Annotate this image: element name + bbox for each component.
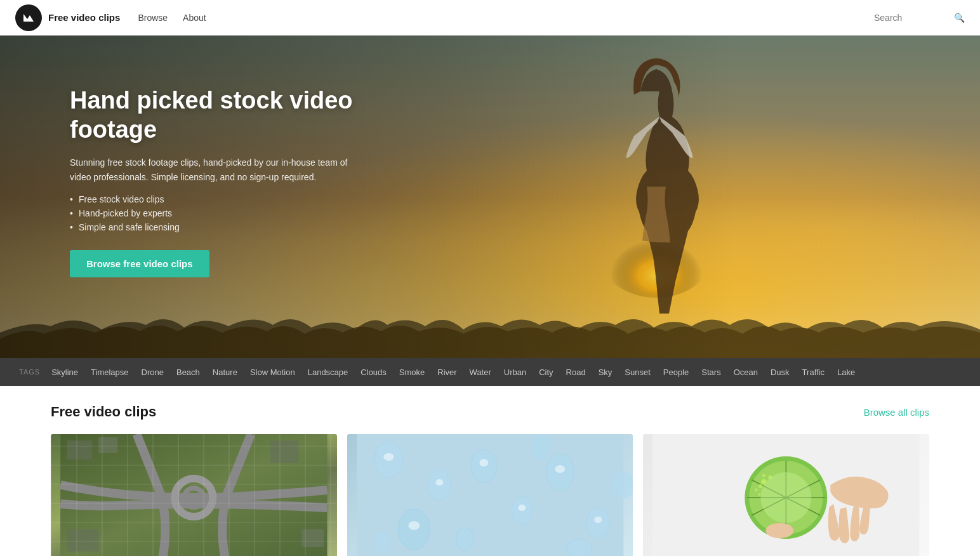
hero-bullets: Free stock video clips Hand-picked by ex…: [70, 194, 438, 232]
svg-rect-1: [60, 434, 327, 556]
svg-point-38: [758, 493, 761, 496]
tag-sky[interactable]: Sky: [599, 367, 612, 377]
svg-rect-7: [270, 440, 298, 463]
svg-rect-5: [67, 440, 92, 460]
logo-icon: [15, 4, 42, 31]
tag-people[interactable]: People: [663, 367, 689, 377]
clips-header: Free video clips Browse all clips: [51, 404, 929, 420]
bullet-3: Simple and safe licensing: [70, 222, 438, 232]
bullet-2: Hand-picked by experts: [70, 208, 438, 218]
tag-timelapse[interactable]: Timelapse: [91, 367, 128, 377]
water-droplets-graphic: [347, 434, 633, 556]
tags-list: Skyline Timelapse Drone Beach Nature Slo…: [51, 367, 855, 377]
tag-dusk[interactable]: Dusk: [771, 367, 790, 377]
svg-point-37: [755, 489, 758, 492]
clips-section: Free video clips Browse all clips: [0, 386, 980, 556]
site-header: Free video clips Browse About 🔍: [0, 0, 980, 36]
logo-link[interactable]: Free video clips: [15, 4, 120, 31]
logo-text: Free video clips: [48, 12, 120, 23]
clip-card-lime[interactable]: [643, 434, 929, 556]
aerial-road-graphic: [51, 434, 337, 556]
lime-squeeze-graphic: [643, 434, 929, 556]
tag-beach[interactable]: Beach: [176, 367, 200, 377]
clip-card-aerial[interactable]: [51, 434, 337, 556]
tag-road[interactable]: Road: [566, 367, 586, 377]
svg-point-27: [374, 532, 390, 552]
svg-point-26: [566, 539, 592, 556]
tag-clouds[interactable]: Clouds: [361, 367, 386, 377]
hero-title: Hand picked stock video footage: [70, 86, 438, 144]
header-search: 🔍: [874, 13, 965, 23]
tags-label: TAGS: [19, 368, 40, 376]
svg-rect-2: [60, 434, 327, 556]
browse-all-link[interactable]: Browse all clips: [864, 407, 929, 418]
tag-river[interactable]: River: [437, 367, 456, 377]
svg-point-36: [759, 484, 763, 488]
main-nav: Browse About: [138, 13, 206, 23]
svg-point-12: [383, 453, 394, 461]
svg-point-22: [555, 465, 565, 473]
svg-point-4: [184, 488, 203, 507]
svg-point-18: [479, 459, 488, 467]
hero-section: Hand picked stock video footage Stunning…: [0, 36, 980, 358]
svg-point-40: [766, 523, 794, 538]
tag-water[interactable]: Water: [470, 367, 491, 377]
nav-browse[interactable]: Browse: [138, 13, 168, 23]
svg-point-25: [456, 527, 473, 550]
search-input[interactable]: [874, 13, 950, 23]
tag-urban[interactable]: Urban: [504, 367, 526, 377]
svg-point-28: [531, 434, 550, 460]
clips-section-title: Free video clips: [51, 404, 156, 420]
svg-point-33: [761, 472, 812, 523]
svg-point-39: [762, 474, 765, 477]
hero-subtitle: Stunning free stock footage clips, hand-…: [70, 156, 368, 184]
clips-grid: [51, 434, 929, 556]
clip-card-water[interactable]: [347, 434, 633, 556]
tag-landscape[interactable]: Landscape: [308, 367, 348, 377]
tag-city[interactable]: City: [539, 367, 553, 377]
bullet-1: Free stock video clips: [70, 194, 438, 204]
svg-rect-8: [301, 529, 324, 547]
tag-smoke[interactable]: Smoke: [399, 367, 425, 377]
svg-rect-6: [98, 437, 117, 453]
svg-point-16: [408, 521, 420, 530]
tag-slow-motion[interactable]: Slow Motion: [250, 367, 295, 377]
svg-point-3: [175, 479, 213, 517]
svg-point-14: [435, 479, 443, 486]
tag-traffic[interactable]: Traffic: [802, 367, 824, 377]
tag-nature[interactable]: Nature: [213, 367, 237, 377]
tag-lake[interactable]: Lake: [837, 367, 855, 377]
tag-ocean[interactable]: Ocean: [734, 367, 758, 377]
browse-cta-button[interactable]: Browse free video clips: [70, 250, 209, 277]
svg-rect-9: [67, 529, 98, 552]
tag-sunset[interactable]: Sunset: [625, 367, 650, 377]
search-icon: 🔍: [954, 13, 965, 23]
svg-point-20: [518, 505, 526, 511]
tag-stars[interactable]: Stars: [701, 367, 720, 377]
svg-point-35: [769, 475, 772, 479]
svg-point-24: [594, 517, 602, 523]
hero-content: Hand picked stock video footage Stunning…: [70, 86, 438, 277]
tag-drone[interactable]: Drone: [142, 367, 164, 377]
svg-point-34: [762, 479, 767, 484]
tags-bar: TAGS Skyline Timelapse Drone Beach Natur…: [0, 358, 980, 386]
nav-about[interactable]: About: [183, 13, 206, 23]
tag-skyline[interactable]: Skyline: [51, 367, 78, 377]
